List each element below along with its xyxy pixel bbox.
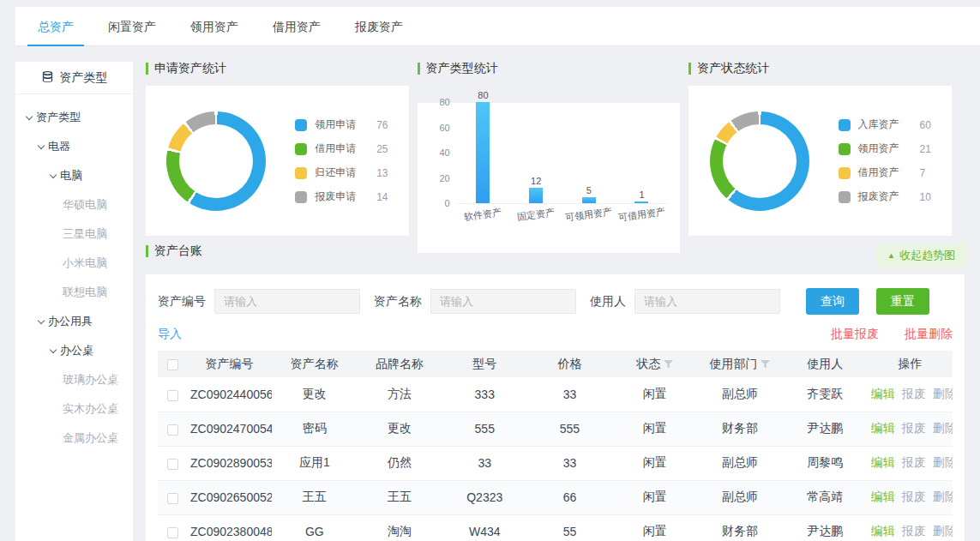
tab-item[interactable]: 借用资产 (256, 7, 338, 46)
legend-label: 报废资产 (858, 189, 910, 204)
edit-action-link[interactable]: 编辑 (871, 524, 895, 538)
legend-item[interactable]: 报废申请14 (295, 189, 388, 204)
table-cell: ZC0902650052 (187, 480, 272, 514)
legend-value: 25 (376, 143, 388, 155)
legend-item[interactable]: 借用资产7 (839, 165, 931, 180)
tree-item-label: 三星电脑 (63, 227, 107, 240)
tree-node-item[interactable]: 电脑 (15, 161, 133, 190)
reset-button[interactable]: 重置 (876, 288, 929, 315)
row-checkbox[interactable] (167, 424, 178, 436)
filter-input[interactable] (214, 289, 360, 314)
tree-node-item[interactable]: 办公用具 (15, 307, 133, 336)
filter-row: 资产编号资产名称使用人 查询 重置 (158, 288, 953, 315)
column-header: 资产编号 (187, 351, 272, 377)
chart-legend: 领用申请76借用申请25归还申请13报废申请14 (295, 117, 388, 204)
tree-node-item[interactable]: 资产类型 (15, 103, 133, 132)
chevron-down-icon (50, 346, 57, 353)
select-all-checkbox[interactable] (167, 359, 178, 370)
tree-leaf-item[interactable]: 三星电脑 (15, 219, 133, 249)
y-axis-tick: 60 (423, 123, 450, 133)
edit-action-link[interactable]: 编辑 (871, 490, 895, 503)
tab-item[interactable]: 领用资产 (173, 7, 256, 46)
tree-leaf-item[interactable]: 金属办公桌 (15, 424, 133, 453)
tree-node-item[interactable]: 办公桌 (15, 336, 133, 365)
chart-section: 资产状态统计入库资产60领用资产21借用资产7报废资产10 (688, 60, 952, 253)
tree-item-label: 电器 (48, 140, 70, 153)
tree-leaf-item[interactable]: 玻璃办公桌 (15, 365, 133, 394)
legend-item[interactable]: 归还申请13 (295, 165, 388, 180)
tab-item[interactable]: 报废资产 (338, 7, 420, 46)
import-link[interactable]: 导入 (158, 327, 182, 342)
filter-input[interactable] (634, 289, 780, 314)
legend-item[interactable]: 入库资产60 (839, 117, 931, 132)
bar-value-label: 80 (478, 90, 488, 100)
table-cell: 33 (442, 446, 527, 480)
column-header: 型号 (442, 351, 527, 377)
tree-leaf-item[interactable]: 华硕电脑 (15, 190, 133, 219)
table-cell: 王五 (272, 480, 357, 514)
legend-item[interactable]: 领用申请76 (295, 117, 388, 132)
table-cell: 闲置 (612, 514, 697, 541)
batch-delete-link[interactable]: 批量删除 (905, 327, 953, 342)
scrap-action-link[interactable]: 报废 (902, 490, 926, 503)
row-checkbox[interactable] (167, 390, 178, 401)
scrap-action-link[interactable]: 报废 (902, 387, 926, 400)
legend-item[interactable]: 报废资产10 (839, 189, 931, 204)
legend-swatch (839, 143, 851, 155)
legend-swatch (295, 167, 307, 179)
row-checkbox-cell (158, 377, 187, 412)
tree-item-label: 实木办公桌 (63, 402, 118, 415)
table-cell: 常高靖 (783, 480, 868, 514)
table-row: ZC0902440056更改方法33333闲置副总师齐雯跃编辑报废删除 (158, 377, 953, 412)
row-checkbox[interactable] (167, 527, 178, 538)
sidebar-header: 资产类型 (15, 62, 133, 94)
bar[interactable] (529, 188, 543, 203)
donut-chart (710, 111, 809, 211)
column-header: 品牌名称 (357, 351, 442, 377)
tree-leaf-item[interactable]: 小米电脑 (15, 249, 133, 278)
tab-item[interactable]: 闲置资产 (91, 7, 173, 46)
delete-action-link[interactable]: 删除 (933, 421, 953, 435)
triangle-up-icon: ▲ (887, 252, 895, 260)
scrap-action-link[interactable]: 报废 (902, 421, 926, 435)
edit-action-link[interactable]: 编辑 (871, 455, 895, 469)
bar[interactable] (582, 197, 596, 203)
tree-leaf-item[interactable]: 联想电脑 (15, 278, 133, 307)
bar[interactable] (476, 102, 490, 203)
table-cell: 333 (442, 377, 527, 412)
filter-funnel-icon[interactable] (757, 357, 770, 370)
bar-group: 12固定资产 (513, 176, 559, 203)
legend-item[interactable]: 借用申请25 (295, 141, 388, 156)
chart-title: 资产状态统计 (688, 60, 952, 77)
filter-label: 使用人 (590, 294, 626, 310)
chart-card: 入库资产60领用资产21借用资产7报废资产10 (688, 86, 952, 236)
column-header: 状态 (612, 351, 697, 377)
delete-action-link[interactable]: 删除 (933, 387, 953, 400)
bar[interactable] (634, 201, 648, 203)
batch-links: 批量报废 批量删除 (831, 327, 953, 342)
y-axis-tick: 80 (423, 97, 450, 107)
delete-action-link[interactable]: 删除 (933, 455, 953, 469)
scrap-action-link[interactable]: 报废 (902, 455, 926, 469)
collapse-trend-button[interactable]: ▲ 收起趋势图 (876, 243, 966, 267)
scrap-action-link[interactable]: 报废 (902, 524, 926, 538)
database-icon (41, 70, 54, 86)
search-button[interactable]: 查询 (806, 288, 859, 315)
filter-funnel-icon[interactable] (660, 357, 673, 370)
row-checkbox[interactable] (167, 493, 178, 504)
delete-action-link[interactable]: 删除 (933, 524, 953, 538)
tab-item[interactable]: 总资产 (21, 7, 91, 46)
row-checkbox[interactable] (167, 459, 178, 470)
delete-action-link[interactable]: 删除 (933, 490, 953, 503)
tree-node-item[interactable]: 电器 (15, 132, 133, 161)
legend-swatch (295, 143, 307, 155)
filter-input[interactable] (430, 289, 576, 314)
batch-scrap-link[interactable]: 批量报废 (831, 327, 879, 342)
legend-item[interactable]: 领用资产21 (839, 141, 931, 156)
legend-value: 14 (376, 191, 388, 203)
table-cell: ZC0902380048 (187, 514, 272, 541)
edit-action-link[interactable]: 编辑 (871, 421, 895, 435)
edit-action-link[interactable]: 编辑 (871, 387, 895, 400)
tree-leaf-item[interactable]: 实木办公桌 (15, 394, 133, 424)
sidebar-header-label: 资产类型 (60, 70, 108, 86)
